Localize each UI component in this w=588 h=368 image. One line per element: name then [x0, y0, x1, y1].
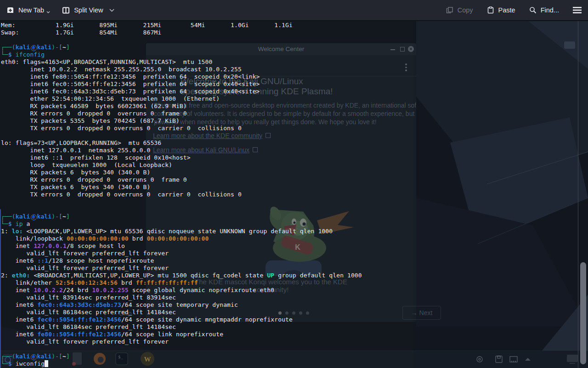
new-tab-label: New Tab — [18, 6, 44, 14]
terminal-line-31: valid_lft forever preferred_lft forever — [1, 250, 362, 257]
terminal-line-34: 2: eth0: <BROADCAST,MULTICAST,UP,LOWER_U… — [1, 272, 362, 279]
terminal-line-2 — [1, 36, 362, 44]
terminal-line-3: ┌──(kali@kali)-[~] — [1, 44, 362, 51]
new-tab-icon — [6, 6, 14, 14]
terminal-line-42: inet6 fe80::5054:ff:fe12:3456/64 scope l… — [1, 331, 362, 338]
terminal-line-4: └─$ ifconfig — [1, 51, 362, 58]
terminal-line-43: valid_lft forever preferred_lft forever — [1, 338, 362, 345]
paste-icon — [487, 6, 494, 14]
copy-button[interactable]: Copy — [446, 6, 473, 14]
terminal-line-21: RX errors 0 dropped 0 overruns 0 frame 0 — [1, 176, 362, 184]
circled-at-glyph: @ — [31, 354, 37, 360]
new-tab-button[interactable]: New Tab — [6, 6, 50, 14]
copy-icon — [446, 6, 453, 14]
minimize-icon — [390, 49, 395, 50]
terminal-line-16: lo: flags=73<UP,LOOPBACK,RUNNING> mtu 65… — [1, 139, 362, 147]
terminal-line-38: inet6 fec0::64a3:3d3c:d5eb:73/64 scope s… — [1, 301, 362, 309]
terminal-line-41: valid_lft 86184sec preferred_lft 14184se… — [1, 323, 362, 331]
screen: Welcome Center × Welcome to the Kali GNU… — [0, 0, 588, 368]
desktop-widget-icon — [564, 41, 575, 49]
terminal-line-7: inet6 fe80::5054:ff:fe12:3456 prefixlen … — [1, 73, 362, 80]
terminal-line-45: ┌──(kali@kali)-[~] — [1, 353, 362, 360]
terminal-line-29: link/loopback 00:00:00:00:00:00 brd 00:0… — [1, 235, 362, 242]
terminal-line-27: └─$ ip a — [1, 220, 362, 228]
terminal-line-36: inet 10.0.2.2/24 brd 10.0.2.255 scope gl… — [1, 287, 362, 294]
terminal-line-6: inet 10.0.2.2 netmask 255.255.255.0 broa… — [1, 66, 362, 73]
terminal-line-32: inet6 ::1/128 scope host noprefixroute — [1, 257, 362, 264]
system-tray-icons — [473, 351, 533, 368]
terminal-line-26: ┌──(kali@kali)-[~] — [1, 213, 362, 220]
terminal-line-30: inet 127.0.0.1/8 scope host lo — [1, 242, 362, 250]
terminal-output[interactable]: Mem: 1.9Gi 895Mi 215Mi 54Mi 1.0Gi 1.1GiS… — [1, 22, 362, 368]
split-view-dropdown-icon — [109, 9, 114, 12]
new-tab-dropdown-icon — [46, 11, 50, 13]
kebab-menu-icon — [405, 63, 407, 73]
terminal-line-11: RX packets 46589 bytes 66023061 (62.9 Mi… — [1, 103, 362, 110]
terminal-toolbar: New Tab Split View Copy — [0, 0, 588, 21]
terminal-line-0: Mem: 1.9Gi 895Mi 215Mi 54Mi 1.0Gi 1.1Gi — [1, 22, 362, 29]
terminal-line-35: link/ether 52:54:00:12:34:56 brd ff:ff:f… — [1, 279, 362, 287]
hamburger-menu-icon[interactable] — [573, 6, 582, 14]
next-button: → Next — [402, 306, 441, 320]
terminal-line-23: TX errors 0 dropped 0 overruns 0 carrier… — [1, 191, 362, 198]
circled-at-glyph: @ — [31, 214, 37, 220]
paste-button[interactable]: Paste — [487, 6, 515, 14]
terminal-line-20: RX packets 6 bytes 340 (340.0 B) — [1, 169, 362, 176]
scrollbar-thumb[interactable] — [580, 262, 586, 364]
terminal-line-18: inet6 ::1 prefixlen 128 scopeid 0x10<hos… — [1, 154, 362, 161]
search-icon — [529, 6, 537, 14]
terminal-line-19: loop txqueuelen 1000 (Local Loopback) — [1, 161, 362, 169]
terminal-line-25 — [1, 206, 362, 213]
terminal-line-10: ether 52:54:00:12:34:56 txqueuelen 1000 … — [1, 95, 362, 103]
terminal-cursor — [45, 360, 48, 367]
close-icon: × — [408, 46, 414, 52]
split-view-button[interactable]: Split View — [62, 6, 114, 14]
circled-at-glyph: @ — [31, 45, 37, 51]
terminal-line-14: TX errors 0 dropped 0 overruns 0 carrier… — [1, 125, 362, 132]
split-view-icon — [62, 6, 70, 14]
split-view-label: Split View — [74, 6, 103, 14]
terminal-line-28: 1: lo: <LOOPBACK,UP,LOWER_UP> mtu 65536 … — [1, 228, 362, 235]
terminal-line-17: inet 127.0.0.1 netmask 255.0.0.0 — [1, 147, 362, 154]
terminal-line-12: RX errors 0 dropped 0 overruns 0 frame 0 — [1, 110, 362, 117]
find-label: Find... — [541, 6, 559, 14]
terminal-line-9: inet6 fec0::64a3:3d3c:d5eb:73 prefixlen … — [1, 88, 362, 95]
terminal-line-5: eth0: flags=4163<UP,BROADCAST,RUNNING,MU… — [1, 58, 362, 66]
terminal-line-37: valid_lft 83914sec preferred_lft 83914se… — [1, 294, 362, 301]
terminal-line-40: inet6 fec0::5054:ff:fe12:3456/64 scope s… — [1, 316, 362, 323]
terminal-line-39: valid_lft 86184sec preferred_lft 14184se… — [1, 309, 362, 316]
terminal-line-22: TX packets 6 bytes 340 (340.0 B) — [1, 184, 362, 191]
terminal-line-44 — [1, 345, 362, 353]
maximize-icon — [400, 47, 405, 52]
terminal-line-24 — [1, 198, 362, 206]
terminal-line-8: inet6 fec0::5054:ff:fe12:3456 prefixlen … — [1, 80, 362, 88]
paste-label: Paste — [498, 6, 515, 14]
terminal-line-13: TX packets 5355 bytes 704245 (687.7 KiB) — [1, 117, 362, 125]
copy-label: Copy — [458, 6, 473, 14]
scrollbar-track-line — [578, 21, 578, 368]
terminal-line-33: valid_lft forever preferred_lft forever — [1, 264, 362, 272]
find-button[interactable]: Find... — [529, 6, 559, 14]
terminal-line-1: Swap: 1.7Gi 854Mi 867Mi — [1, 29, 362, 36]
terminal-line-15 — [1, 132, 362, 139]
terminal-line-46: └─$ iwconfig — [1, 360, 362, 368]
